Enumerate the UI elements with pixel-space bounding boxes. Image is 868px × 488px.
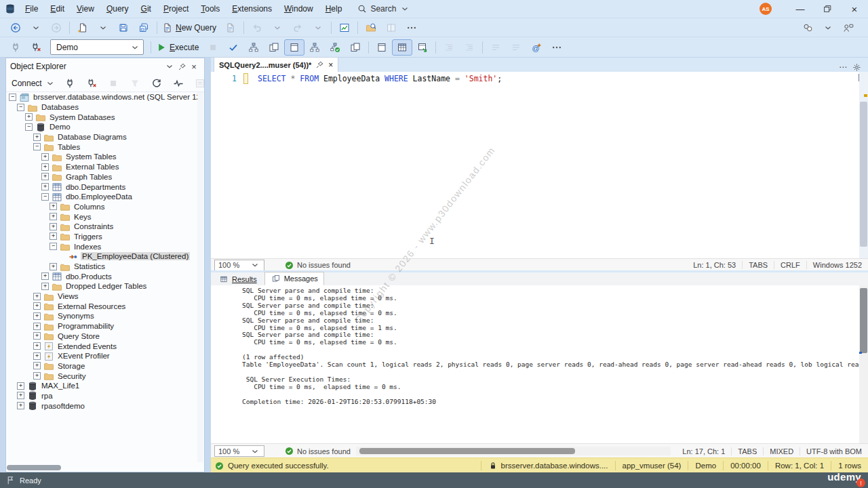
new-file-dropdown[interactable] xyxy=(93,20,113,36)
indent-button[interactable] xyxy=(459,39,479,56)
save-all-button[interactable] xyxy=(134,20,154,36)
menu-query[interactable]: Query xyxy=(100,0,135,18)
redo-dropdown[interactable] xyxy=(308,20,328,36)
object-explorer-hscrollbar-thumb[interactable] xyxy=(7,465,61,470)
tree-item-database-diagrams[interactable]: +Database Diagrams xyxy=(6,132,197,142)
tab-results[interactable]: Results xyxy=(213,273,262,285)
new-query-button[interactable]: New Query xyxy=(160,20,220,36)
tab-pin-icon[interactable] xyxy=(315,60,324,69)
messages-eol-mode[interactable]: MIXED xyxy=(763,447,800,455)
tree-expander[interactable]: + xyxy=(41,163,49,171)
editor-encoding[interactable]: Windows 1252 xyxy=(806,261,868,269)
tab-close-icon[interactable]: × xyxy=(328,60,333,70)
tree-expander[interactable]: − xyxy=(50,243,57,250)
tree-item-dropped-ledger-tables[interactable]: +Dropped Ledger Tables xyxy=(6,281,197,291)
tree-item-dbo-employeedata[interactable]: −dbo.EmployeeData xyxy=(6,192,197,202)
tree-expander[interactable]: + xyxy=(17,402,24,409)
editor-tabs-mode[interactable]: TABS xyxy=(742,261,774,269)
tree-item-system-tables[interactable]: +System Tables xyxy=(6,152,197,162)
sql-editor[interactable]: 1 SELECT * FROM EmployeeData WHERE LastN… xyxy=(211,72,868,258)
save-button[interactable] xyxy=(113,20,134,36)
tree-item-synonyms[interactable]: +Synonyms xyxy=(6,311,197,321)
menu-edit[interactable]: Edit xyxy=(44,0,71,18)
editor-vscrollbar[interactable] xyxy=(859,72,868,258)
oe-activity-icon[interactable] xyxy=(168,75,189,92)
oe-stop-icon[interactable] xyxy=(103,75,123,92)
results-to-text-button[interactable] xyxy=(372,39,392,56)
tree-expander[interactable]: + xyxy=(50,232,57,240)
tree-item-brsserver-database-windows-net-sql-server-12-0-2000-8-app[interactable]: −brsserver.database.windows.net (SQL Ser… xyxy=(6,92,197,102)
oe-script-icon[interactable] xyxy=(190,75,210,92)
panel-close-icon[interactable]: × xyxy=(188,60,200,73)
showplan-button[interactable] xyxy=(243,39,264,56)
tree-item-system-databases[interactable]: +System Databases xyxy=(6,112,197,122)
tree-expander[interactable]: + xyxy=(41,183,49,190)
tree-expander[interactable]: + xyxy=(33,352,41,360)
menu-view[interactable]: View xyxy=(71,0,100,18)
minimize-button[interactable]: — xyxy=(787,0,814,18)
messages-vscrollbar-thumb[interactable] xyxy=(860,288,867,353)
tree-expander[interactable]: + xyxy=(33,323,41,330)
tree-expander[interactable]: − xyxy=(17,104,24,111)
outdent-button[interactable] xyxy=(439,39,459,56)
tree-expander[interactable]: + xyxy=(33,293,41,300)
query-window-button[interactable] xyxy=(264,39,284,56)
tree-item-keys[interactable]: +Keys xyxy=(6,211,197,222)
undo-button[interactable] xyxy=(247,20,267,36)
messages-pane[interactable]: SQL Server parse and compile time: CPU t… xyxy=(211,285,859,443)
toolbar2-overflow-button[interactable] xyxy=(547,39,567,56)
tree-expander[interactable]: + xyxy=(50,213,57,220)
menu-help[interactable]: Help xyxy=(319,0,349,18)
messages-encoding[interactable]: UTF-8 with BOM xyxy=(800,447,868,455)
tree-item-databases[interactable]: −Databases xyxy=(6,102,197,113)
tabstrip-settings-gear-icon[interactable] xyxy=(852,63,861,72)
parse-button[interactable] xyxy=(223,39,243,56)
tree-expander[interactable]: − xyxy=(9,94,16,101)
tree-item-max-life1[interactable]: +MAX_Life1 xyxy=(6,381,197,391)
oe-connect-plug-icon[interactable] xyxy=(60,75,80,92)
tree-item-external-tables[interactable]: +External Tables xyxy=(6,162,197,172)
panel-chevron-icon[interactable] xyxy=(163,60,176,73)
messages-hscrollbar[interactable] xyxy=(356,447,671,455)
include-live-stats-button[interactable] xyxy=(325,39,345,56)
tree-expander[interactable]: + xyxy=(17,392,24,399)
query-document-tab[interactable]: SQLQuery2....muser (54))* × xyxy=(214,57,338,72)
tree-expander[interactable]: + xyxy=(33,362,41,369)
editor-zoom-combobox[interactable]: 100 % xyxy=(214,260,264,271)
results-pane-toggle-button[interactable] xyxy=(284,39,304,56)
toolbar-overflow-button[interactable] xyxy=(401,20,422,36)
tree-expander[interactable]: + xyxy=(41,283,49,290)
restore-button[interactable] xyxy=(814,0,841,18)
menu-file[interactable]: File xyxy=(19,0,44,18)
results-to-grid-button[interactable] xyxy=(392,39,412,56)
tree-item-external-resources[interactable]: +External Resources xyxy=(6,301,197,311)
connect-dropdown[interactable]: Connect xyxy=(9,78,58,89)
messages-zoom-combobox[interactable]: 100 % xyxy=(214,445,264,457)
editor-eol-mode[interactable]: CRLF xyxy=(774,261,806,269)
editor-vscrollbar-thumb[interactable] xyxy=(860,102,867,247)
tree-item-dbo-departments[interactable]: +dbo.Departments xyxy=(6,182,197,192)
presence-button[interactable] xyxy=(797,20,818,36)
forward-button[interactable] xyxy=(46,20,66,36)
new-file-button[interactable] xyxy=(73,20,93,36)
tree-expander[interactable]: + xyxy=(50,263,57,270)
menu-extensions[interactable]: Extensions xyxy=(226,0,278,18)
tabstrip-overflow-icon[interactable]: ⋯ xyxy=(839,62,847,72)
feedback-button[interactable] xyxy=(838,20,859,36)
oe-disconnect-icon[interactable] xyxy=(81,75,102,92)
tree-item-indexes[interactable]: −Indexes xyxy=(6,241,197,251)
comment-button[interactable] xyxy=(486,39,506,56)
find-in-files-button[interactable] xyxy=(361,20,381,36)
tree-expander[interactable]: + xyxy=(33,134,41,141)
include-actual-plan-button[interactable] xyxy=(304,39,325,56)
messages-hscrollbar-thumb[interactable] xyxy=(359,448,575,454)
messages-vscrollbar[interactable] xyxy=(859,285,868,443)
tree-expander[interactable]: + xyxy=(33,372,41,380)
tree-item-query-store[interactable]: +Query Store xyxy=(6,331,197,342)
tree-item-storage[interactable]: +Storage xyxy=(6,361,197,371)
uncomment-button[interactable] xyxy=(506,39,526,56)
redo-button[interactable] xyxy=(288,20,308,36)
tab-messages[interactable]: Messages xyxy=(264,272,324,285)
menu-tools[interactable]: Tools xyxy=(195,0,226,18)
menu-project[interactable]: Project xyxy=(157,0,195,18)
